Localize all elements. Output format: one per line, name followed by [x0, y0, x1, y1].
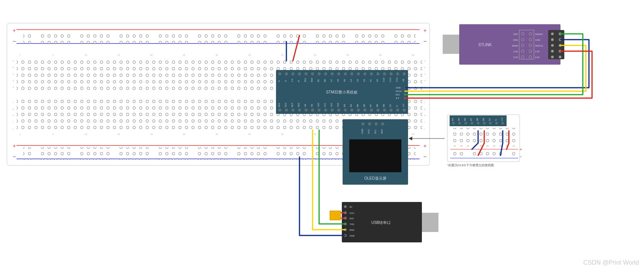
svg-text:A1: A1 [370, 79, 372, 82]
svg-point-231 [502, 122, 504, 125]
svg-text:GND: GND [361, 128, 363, 134]
svg-point-164 [375, 122, 378, 125]
oled-module: GND VCC SCL SDA OLED显示屏 [343, 119, 408, 185]
svg-text:B3: B3 [343, 104, 346, 107]
svg-point-127 [376, 108, 380, 112]
svg-rect-246 [450, 150, 518, 157]
svg-text:B8: B8 [476, 118, 478, 121]
svg-text:B6: B6 [363, 104, 365, 107]
svg-text:G: G [396, 105, 398, 107]
svg-text:h: h [424, 114, 425, 117]
svg-text:GND: GND [350, 235, 355, 237]
svg-point-224 [458, 122, 461, 125]
svg-text:3.3: 3.3 [501, 117, 503, 121]
svg-text:GND: GND [396, 87, 401, 89]
svg-text:B5: B5 [356, 104, 359, 107]
svg-point-227 [477, 122, 480, 125]
svg-point-225 [465, 122, 467, 125]
svg-text:+: + [13, 143, 16, 149]
svg-text:A0: A0 [376, 79, 378, 82]
svg-text:−: − [423, 38, 427, 44]
svg-point-229 [489, 122, 492, 125]
svg-text:c: c [13, 73, 14, 75]
svg-text:A5: A5 [343, 79, 346, 82]
svg-point-79 [324, 72, 327, 75]
svg-text:B4: B4 [452, 118, 454, 121]
svg-point-120 [331, 108, 334, 112]
svg-text:B7: B7 [470, 118, 472, 121]
svg-point-203 [559, 56, 562, 58]
svg-text:h: h [13, 114, 14, 117]
svg-point-131 [403, 108, 406, 112]
svg-point-163 [368, 122, 371, 125]
svg-text:B5: B5 [458, 118, 460, 121]
svg-rect-171 [443, 35, 459, 54]
svg-text:3.3: 3.3 [291, 78, 293, 82]
svg-point-124 [357, 108, 360, 112]
svg-text:40: 40 [281, 54, 284, 56]
svg-text:+: + [13, 27, 16, 33]
svg-text:B15: B15 [298, 103, 300, 107]
svg-point-129 [390, 108, 393, 112]
svg-text:RXD: RXD [350, 229, 355, 231]
svg-rect-170 [459, 24, 560, 65]
svg-text:+: + [423, 143, 427, 149]
svg-text:d: d [13, 79, 14, 82]
stlink-title: STLINK [478, 43, 492, 47]
svg-text:R: R [298, 80, 300, 82]
svg-text:5V: 5V [350, 206, 352, 208]
svg-point-114 [291, 108, 294, 112]
svg-text:3.3V: 3.3V [514, 50, 518, 53]
svg-text:VCC: VCC [368, 129, 370, 134]
svg-point-72 [278, 72, 281, 75]
svg-text:35: 35 [248, 54, 251, 56]
svg-point-126 [370, 108, 373, 112]
svg-text:SDA: SDA [381, 129, 383, 134]
svg-text:B4: B4 [350, 104, 352, 107]
svg-text:C13: C13 [396, 77, 398, 82]
svg-text:5.0V: 5.0V [514, 56, 518, 58]
svg-text:g: g [424, 108, 425, 110]
svg-text:DIO: DIO [396, 93, 400, 96]
svg-point-90 [396, 72, 399, 75]
svg-text:25: 25 [183, 54, 186, 56]
svg-point-73 [285, 72, 288, 75]
svg-text:A9: A9 [311, 104, 313, 107]
svg-point-128 [383, 108, 386, 112]
svg-point-162 [361, 122, 365, 125]
svg-point-115 [298, 108, 301, 112]
svg-text:5.0V: 5.0V [535, 56, 540, 58]
svg-text:B9: B9 [383, 104, 385, 107]
svg-text:20: 20 [150, 133, 153, 135]
svg-text:A8: A8 [304, 104, 306, 107]
svg-text:A15: A15 [337, 103, 339, 107]
svg-text:25: 25 [183, 133, 186, 135]
svg-point-83 [350, 72, 353, 75]
svg-point-86 [370, 72, 373, 75]
svg-text:VCC: VCC [350, 212, 355, 214]
svg-point-194 [551, 33, 554, 35]
svg-text:C14: C14 [389, 77, 391, 82]
svg-point-82 [344, 72, 347, 75]
svg-text:TXD: TXD [350, 223, 355, 225]
svg-text:C15: C15 [383, 77, 385, 82]
svg-text:+: + [423, 27, 427, 33]
svg-text:d: d [424, 79, 425, 82]
svg-point-77 [311, 72, 314, 75]
svg-text:5V: 5V [389, 104, 391, 107]
svg-text:45: 45 [314, 133, 316, 135]
svg-text:50: 50 [346, 54, 349, 56]
svg-text:−: − [423, 154, 427, 160]
usb-serial-module: USB转串口 5V VCC 3V3 TXD RXD GND [330, 202, 438, 242]
svg-text:10: 10 [85, 133, 87, 135]
svg-text:−: − [13, 38, 16, 44]
svg-text:A7: A7 [330, 79, 333, 82]
svg-text:3.3: 3.3 [396, 97, 399, 99]
svg-text:SCL: SCL [374, 129, 376, 134]
svg-text:B8: B8 [376, 104, 378, 107]
svg-point-87 [376, 72, 380, 75]
svg-point-84 [357, 72, 360, 75]
svg-point-198 [551, 44, 554, 47]
svg-point-85 [363, 72, 366, 75]
svg-rect-19 [23, 32, 416, 38]
